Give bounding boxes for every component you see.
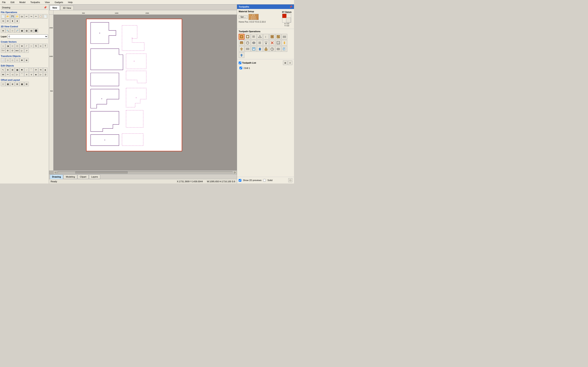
spline-btn[interactable]: S — [34, 44, 38, 48]
tab-drawing[interactable]: Drawing — [50, 175, 63, 179]
tab-3d[interactable]: 3D View — [60, 6, 74, 10]
save-all-btn[interactable] — [282, 46, 287, 52]
bezier-btn[interactable]: ∞ — [38, 44, 43, 48]
save-btn[interactable]: 💾 — [10, 14, 15, 18]
tab-layers[interactable]: Layers — [89, 175, 100, 179]
subtract-btn[interactable]: ⋈ — [1, 72, 5, 77]
tile-btn[interactable] — [245, 46, 251, 52]
set-material-btn[interactable]: Set ... — [239, 15, 248, 19]
view-left-btn[interactable]: ▥ — [24, 28, 29, 33]
zoom-extents-btn[interactable]: ⊕ — [1, 28, 5, 33]
layout-btn[interactable]: ▩ — [20, 82, 24, 86]
scale-btn[interactable]: □ — [10, 58, 15, 62]
browse-btn[interactable]: 🗂 — [20, 14, 24, 18]
tab-clipart[interactable]: Clipart — [78, 175, 89, 179]
circle-btn[interactable]: ○ — [1, 44, 5, 48]
view-all-btn[interactable]: ▦ — [20, 28, 24, 33]
solid-checkbox[interactable] — [263, 179, 266, 182]
lock-btn[interactable] — [263, 46, 269, 52]
preview-options-btn[interactable]: □ — [288, 178, 292, 182]
tab-modeling[interactable]: Modeling — [63, 175, 77, 179]
group-btn[interactable]: ⊕ — [24, 58, 29, 62]
pin-icon[interactable]: 📌 — [44, 6, 47, 9]
open-folder-btn[interactable]: 📁 — [15, 14, 19, 18]
3d-rough-btn[interactable] — [251, 40, 257, 46]
close-btn[interactable]: ⊐ — [43, 72, 48, 77]
scroll-right-btn[interactable]: ▷ — [233, 171, 237, 174]
scroll-left-btn[interactable]: ◁ — [53, 171, 57, 174]
dimension-btn[interactable]: ⊞ — [6, 48, 10, 53]
toolpath-list-checkbox[interactable] — [239, 62, 241, 64]
table-btn[interactable]: ⊡ — [10, 48, 15, 53]
tab-new[interactable]: New — [50, 6, 60, 10]
inlay-btn[interactable]: I — [263, 34, 269, 40]
simulate-btn[interactable] — [257, 40, 263, 46]
offset-btn[interactable]: ⟲ — [38, 67, 43, 72]
spiral-btn[interactable]: ↗ — [24, 48, 29, 53]
start-depth-btn[interactable] — [263, 40, 269, 46]
intersect-btn[interactable]: ◈ — [43, 67, 48, 72]
zoom-out-btn[interactable]: 🔎 — [15, 28, 19, 33]
rotate-ccw-btn[interactable]: ⟲ — [1, 19, 5, 23]
rotate-btn[interactable]: □ — [6, 58, 10, 62]
copy-btn[interactable]: 📋 — [38, 14, 43, 18]
rectangle-btn[interactable]: □ — [10, 44, 15, 48]
scrollbar-track[interactable] — [58, 171, 233, 174]
menu-toolpaths[interactable]: Toolpaths — [29, 1, 41, 4]
export-btn[interactable]: ⬇ — [15, 19, 19, 23]
delete-toolpath-btn[interactable] — [269, 40, 275, 46]
redo-btn[interactable]: ↪ — [29, 14, 34, 18]
fit-btn[interactable]: ▷ — [15, 72, 19, 77]
view-solid-btn[interactable]: ⬛ — [34, 28, 38, 33]
menu-edit[interactable]: Edit — [9, 1, 16, 4]
toolpath-list-btn[interactable] — [276, 46, 281, 52]
cut-btn[interactable]: ✂ — [34, 14, 38, 18]
home-position-btn[interactable] — [239, 46, 244, 52]
weld-btn[interactable]: ▦ — [15, 67, 19, 72]
vcarve-btn[interactable] — [257, 34, 263, 40]
offset-fill-btn[interactable]: ▦ — [6, 82, 10, 86]
drawing-canvas[interactable] — [53, 15, 237, 170]
curve-btn[interactable]: ∼ — [29, 44, 34, 48]
right-pin-icon[interactable]: 📌 — [290, 6, 292, 8]
save-toolpath-btn[interactable] — [251, 46, 257, 52]
fluting-btn[interactable] — [276, 34, 281, 40]
sweep-btn[interactable]: ∨ — [29, 72, 34, 77]
align-btn[interactable]: ✥ — [20, 58, 24, 62]
texture-btn[interactable] — [269, 34, 275, 40]
prism-btn[interactable] — [282, 34, 287, 40]
join-btn[interactable]: ◁ — [10, 72, 15, 77]
smooth-btn[interactable]: ⊞ — [10, 67, 15, 72]
ellipse-btn[interactable]: ◑ — [6, 44, 10, 48]
offset-contour-btn[interactable]: □ — [1, 82, 5, 86]
split-btn[interactable]: ✂ — [6, 72, 10, 77]
view-right-btn[interactable]: ▤ — [29, 28, 34, 33]
nesting-btn[interactable]: ⊕ — [10, 82, 15, 86]
profile-toolpath-btn[interactable] — [245, 34, 251, 40]
tl-btn-2[interactable]: ≡ — [288, 60, 292, 65]
export-all-btn[interactable] — [239, 52, 244, 58]
drill1-checkbox[interactable] — [240, 67, 242, 69]
abc-btn[interactable]: ABC — [15, 48, 19, 53]
timer-btn[interactable] — [269, 46, 275, 52]
post-process-btn[interactable] — [257, 46, 263, 52]
move-btn[interactable]: ⬜ — [1, 58, 5, 62]
text-arc-btn[interactable]: T↗ — [1, 48, 5, 53]
drilling-btn[interactable] — [251, 34, 257, 40]
hscrollbar[interactable]: ◁ ▷ — [53, 170, 237, 174]
arc-btn[interactable]: ∧ — [24, 72, 29, 77]
text-btn[interactable]: T — [43, 44, 48, 48]
line-btn[interactable]: ∕ — [24, 44, 29, 48]
mirror-btn[interactable]: □ — [15, 58, 19, 62]
chamfer-btn[interactable]: ⟳ — [34, 67, 38, 72]
menu-gadgets[interactable]: Gadgets — [53, 1, 64, 4]
moulding-btn[interactable] — [239, 40, 244, 46]
trim-btn[interactable]: → — [24, 67, 29, 72]
extend-btn[interactable]: ⌒ — [20, 72, 24, 77]
open-btn[interactable]: 📂 — [6, 14, 10, 18]
fillet-btn[interactable]: ⌒ — [29, 67, 34, 72]
layer-select[interactable]: 0 1 2 — [8, 34, 48, 39]
polygon-btn[interactable]: ⬡ — [15, 44, 19, 48]
new-file-btn[interactable]: 📄 — [1, 14, 5, 18]
node-edit-btn[interactable]: ⊕ — [6, 67, 10, 72]
